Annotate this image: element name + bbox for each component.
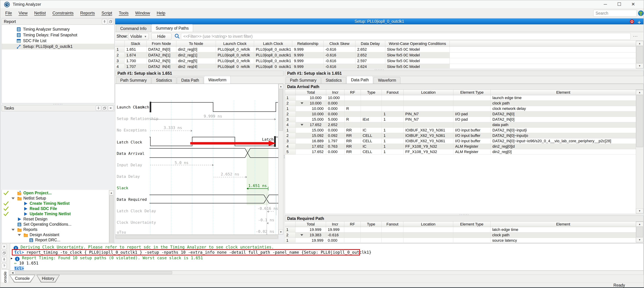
- menu-window[interactable]: Window: [132, 11, 153, 15]
- menu-reports[interactable]: Reports: [77, 11, 98, 15]
- menu-constraints[interactable]: Constraints: [49, 11, 77, 15]
- caret-open-icon[interactable]: [12, 198, 15, 199]
- console-log[interactable]: i Deriving Clock Uncertainty. Please ref…: [10, 243, 644, 271]
- column-header[interactable]: Latch Clock: [254, 41, 292, 46]
- globe-icon[interactable]: [638, 10, 644, 17]
- menu-view[interactable]: View: [15, 11, 31, 15]
- data-table-row[interactable]: 315.0005.000RiExt1PIN_N7I/O padDATA2_IN[…: [285, 117, 636, 122]
- paths-table-row[interactable]: 11.651DATA2_IN[0]din2_reg[0]PLL0|iopll_0…: [115, 47, 636, 52]
- float-icon[interactable]: [108, 19, 113, 24]
- column-header[interactable]: Element Type: [453, 222, 490, 227]
- menu-script[interactable]: Script: [98, 11, 115, 15]
- task-item[interactable]: Open Project...: [2, 191, 114, 196]
- column-header[interactable]: Incr: [326, 90, 344, 95]
- waveform-view[interactable]: Launch ClockSetup RelationshipNo Excepti…: [115, 84, 278, 235]
- column-header[interactable]: Type: [361, 222, 382, 227]
- show-dropdown[interactable]: Visible▼: [128, 33, 149, 40]
- report-item[interactable]: Setup: PLL0|iopll_0_outclk1: [2, 44, 114, 49]
- caret-open-icon[interactable]: [300, 234, 303, 236]
- paths-table-row[interactable]: 21.674DATA2_IN[1]din2_reg[1]PLL0|iopll_0…: [115, 52, 636, 58]
- column-header[interactable]: From Node: [146, 41, 176, 46]
- data-table-row[interactable]: 115.0000.000RRIC1IOIBUF_X62_Y0_N361I/O i…: [285, 128, 636, 133]
- task-item[interactable]: Reset Design: [2, 217, 114, 222]
- tab-waveform[interactable]: Waveform: [204, 76, 231, 84]
- data-splitter[interactable]: [285, 214, 644, 216]
- search-input[interactable]: Search: [593, 10, 637, 17]
- data-table-row[interactable]: 210.0000.000clock path: [285, 101, 636, 106]
- data-table-row[interactable]: 517.6520.000RRCELL1FF_X108_Y9_N32ALM Reg…: [285, 149, 636, 155]
- tab-waveform[interactable]: Waveform: [374, 77, 400, 84]
- column-header[interactable]: [285, 90, 296, 95]
- menu-netlist[interactable]: Netlist: [31, 11, 49, 15]
- task-item[interactable]: Set Operating Conditions...: [2, 222, 114, 227]
- pin-icon[interactable]: [102, 19, 107, 24]
- tab-statistics[interactable]: Statistics: [321, 77, 346, 84]
- task-item[interactable]: Design Assistant: [2, 232, 114, 238]
- filter-input[interactable]: <<Filter>> (use !<string> to invert filt…: [181, 33, 630, 40]
- tab-path-summary[interactable]: Path Summary: [116, 77, 151, 84]
- required-scrollbar[interactable]: ▲ ▼: [636, 222, 644, 242]
- column-header[interactable]: Total: [296, 222, 326, 227]
- report-item[interactable]: SDC File List: [2, 38, 114, 44]
- waveform-vscroll[interactable]: ▲ ▼: [278, 84, 283, 235]
- tab-path-summary[interactable]: Path Summary: [286, 77, 321, 84]
- column-header[interactable]: Location: [403, 222, 453, 227]
- console-pin-icon[interactable]: [2, 257, 7, 262]
- column-header[interactable]: Data Delay: [356, 41, 385, 46]
- report-item[interactable]: Timing Analyzer Summary: [2, 26, 114, 32]
- float-icon[interactable]: [102, 105, 107, 111]
- console-close-icon[interactable]: ✕: [2, 244, 7, 249]
- paths-table-row[interactable]: 31.700DATA2_IN[5]din2_reg[5]PLL0|iopll_0…: [115, 58, 636, 64]
- column-header[interactable]: Launch Clock: [216, 41, 254, 46]
- menu-help[interactable]: Help: [153, 11, 168, 15]
- task-item[interactable]: Netlist Setup: [2, 196, 114, 201]
- column-header[interactable]: [115, 41, 124, 46]
- panel-vsplitter[interactable]: [284, 70, 285, 243]
- menu-tools[interactable]: Tools: [116, 11, 132, 15]
- column-header[interactable]: [285, 222, 296, 227]
- console-hscroll[interactable]: ◀: [10, 271, 644, 275]
- tab-summary-of-paths[interactable]: Summary of Paths: [152, 24, 193, 32]
- column-header[interactable]: Incr: [326, 222, 344, 227]
- paths-table-scrollbar[interactable]: ▲ ▼: [636, 41, 644, 68]
- tab-statistics[interactable]: Statistics: [152, 77, 176, 84]
- data-table-row[interactable]: 119.9990.000source latency: [285, 238, 636, 242]
- console-tab-history[interactable]: History: [36, 275, 60, 283]
- caret-open-icon[interactable]: [300, 102, 303, 104]
- data-table-row[interactable]: 110.00010.000launch edge time: [285, 95, 636, 101]
- column-header[interactable]: Element Type: [454, 90, 491, 95]
- data-table-row[interactable]: 417.6522.652data path: [285, 122, 636, 128]
- main-splitter[interactable]: [115, 68, 644, 70]
- task-item[interactable]: Update Timing Netlist: [2, 211, 114, 217]
- tab-command-info[interactable]: Command Info: [116, 25, 151, 32]
- column-header[interactable]: Worst-Case Operating Conditions: [385, 41, 450, 46]
- data-table-row[interactable]: 210.0000.0001PIN_N7I/O padDATA2_IN[0]: [285, 111, 636, 117]
- column-header[interactable]: Relationship: [292, 41, 324, 46]
- column-header[interactable]: Element: [491, 90, 636, 95]
- data-table-row[interactable]: 215.0920.092RRCELL1IOIBUF_X62_Y0_N361I/O…: [285, 133, 636, 138]
- data-table-row[interactable]: 417.6520.763RRIC1FF_X108_Y9_N32ALM Regis…: [285, 144, 636, 149]
- expander-icon[interactable]: ▶: [11, 257, 12, 260]
- caret-open-icon[interactable]: [18, 234, 21, 236]
- waveform-hscroll[interactable]: [115, 235, 278, 239]
- data-table-row[interactable]: 119.99919.999latch edge time: [285, 227, 636, 233]
- panel-splitter[interactable]: [2, 103, 114, 105]
- hide-button[interactable]: Hide: [151, 33, 172, 40]
- column-header[interactable]: Fanout: [382, 222, 403, 227]
- column-header[interactable]: Type: [361, 90, 382, 95]
- column-header[interactable]: Clock Skew: [324, 41, 356, 46]
- column-header[interactable]: RF: [344, 90, 361, 95]
- console-help-icon[interactable]: ?: [2, 263, 7, 269]
- close-icon[interactable]: ✕: [108, 105, 113, 111]
- data-table-row[interactable]: 316.8891.797RRCELL1IOIBUF_X62_Y0_N361I/O…: [285, 138, 636, 144]
- column-header[interactable]: Element: [490, 222, 636, 227]
- menu-file[interactable]: File: [2, 11, 15, 15]
- record-icon[interactable]: [630, 19, 634, 25]
- column-header[interactable]: RF: [344, 222, 361, 227]
- caret-open-icon[interactable]: [12, 229, 15, 231]
- console-tab-console[interactable]: Console: [9, 275, 35, 283]
- minimize-button[interactable]: ─: [600, 0, 611, 8]
- report-item[interactable]: Timing Delays: Final Snapshot: [2, 32, 114, 38]
- column-header[interactable]: Fanout: [382, 90, 404, 95]
- task-item[interactable]: Reports: [2, 227, 114, 232]
